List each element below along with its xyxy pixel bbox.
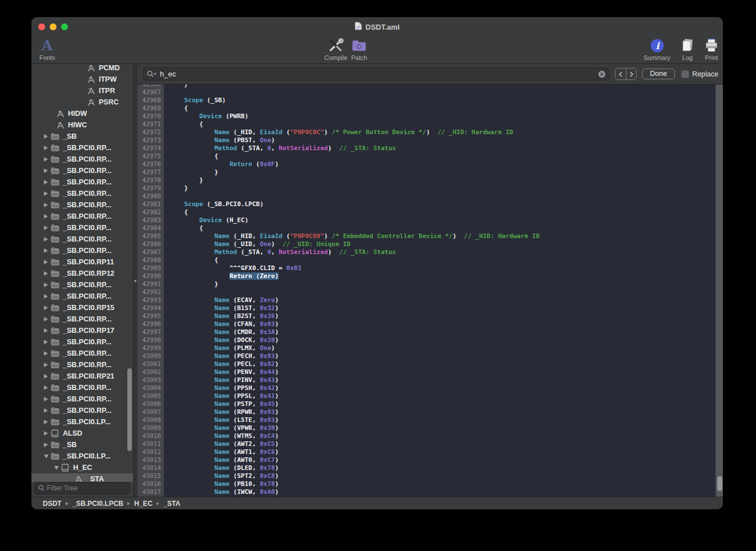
log-button[interactable]: Log bbox=[680, 38, 695, 61]
breadcrumb-item[interactable]: H_EC bbox=[134, 500, 152, 508]
replace-toggle[interactable]: Replace bbox=[681, 70, 718, 78]
editor-scrollbar[interactable] bbox=[715, 85, 723, 497]
patch-button[interactable]: Patch bbox=[351, 38, 367, 61]
disclosure-collapsed-icon[interactable] bbox=[44, 396, 50, 402]
tree-item-h_ec[interactable]: H_EC bbox=[31, 462, 133, 473]
code-pane[interactable]: } Scope (_SB) { Device (PWRB) { Name (_H… bbox=[164, 85, 715, 497]
tree-item-psrc[interactable]: PSRC bbox=[31, 96, 133, 108]
tree-item-_sbpci0rp12[interactable]: _SB.PCI0.RP12 bbox=[31, 268, 133, 279]
find-input[interactable] bbox=[160, 70, 595, 78]
tree-item-_sbpci0rp[interactable]: _SB.PCI0.RP... bbox=[31, 154, 133, 165]
tree-item-_sbpci0lp[interactable]: _SB.PCI0.LP... bbox=[31, 451, 133, 462]
disclosure-collapsed-icon[interactable] bbox=[44, 442, 50, 448]
tree-item-_sbpci0rp[interactable]: _SB.PCI0.RP... bbox=[31, 245, 133, 256]
tree-item-_sbpci0rp[interactable]: _SB.PCI0.RP... bbox=[31, 234, 133, 245]
find-previous-button[interactable] bbox=[616, 69, 626, 79]
code-editor[interactable]: 4296642967429684296942970429714297242973… bbox=[137, 85, 723, 497]
sidebar-scrollbar-thumb[interactable] bbox=[127, 368, 132, 451]
zoom-button[interactable] bbox=[61, 23, 68, 30]
tree-item-_sbpci0rp15[interactable]: _SB.PCI0.RP15 bbox=[31, 302, 133, 313]
replace-checkbox[interactable] bbox=[681, 70, 689, 78]
tree-item-_sbpci0rp[interactable]: _SB.PCI0.RP... bbox=[31, 393, 133, 405]
line-number: 42987 bbox=[137, 248, 161, 256]
tree-item-pcmd[interactable]: PCMD bbox=[31, 64, 133, 74]
disclosure-collapsed-icon[interactable] bbox=[44, 271, 50, 276]
disclosure-collapsed-icon[interactable] bbox=[44, 419, 50, 425]
tree-item-_sbpci0rp[interactable]: _SB.PCI0.RP... bbox=[31, 211, 133, 222]
disclosure-collapsed-icon[interactable] bbox=[44, 191, 50, 196]
tree-item-_sbpci0rp[interactable]: _SB.PCI0.RP... bbox=[31, 382, 133, 393]
tree-item-hiwc[interactable]: HIWC bbox=[31, 119, 133, 131]
disclosure-collapsed-icon[interactable] bbox=[44, 134, 50, 139]
tree-item-_sbpci0rp[interactable]: _SB.PCI0.RP... bbox=[31, 199, 133, 211]
tree-item-label: ALSD bbox=[63, 429, 82, 437]
editor-scrollbar-thumb[interactable] bbox=[717, 476, 722, 491]
tree-item-_sbpci0rp[interactable]: _SB.PCI0.RP... bbox=[31, 222, 133, 234]
tree-item-_sbpci0rp11[interactable]: _SB.PCI0.RP11 bbox=[31, 256, 133, 268]
tree-item-_sbpci0rp[interactable]: _SB.PCI0.RP... bbox=[31, 336, 133, 348]
disclosure-collapsed-icon[interactable] bbox=[44, 248, 50, 254]
tree-item-_sbpci0rp[interactable]: _SB.PCI0.RP... bbox=[31, 279, 133, 291]
disclosure-collapsed-icon[interactable] bbox=[44, 305, 50, 311]
close-button[interactable] bbox=[38, 23, 45, 30]
line-number: 42974 bbox=[137, 144, 161, 152]
tree-item-_sb[interactable]: _SB bbox=[31, 131, 133, 142]
tree-item-_sbpci0rp[interactable]: _SB.PCI0.RP... bbox=[31, 405, 133, 416]
disclosure-collapsed-icon[interactable] bbox=[44, 385, 50, 391]
disclosure-collapsed-icon[interactable] bbox=[44, 145, 50, 151]
disclosure-collapsed-icon[interactable] bbox=[44, 431, 50, 436]
disclosure-collapsed-icon[interactable] bbox=[44, 282, 50, 288]
tree-item-_sta[interactable]: _STA bbox=[31, 473, 133, 482]
find-next-button[interactable] bbox=[626, 69, 636, 79]
tree-item-_sb[interactable]: _SB bbox=[31, 439, 133, 451]
disclosure-collapsed-icon[interactable] bbox=[44, 156, 50, 162]
disclosure-collapsed-icon[interactable] bbox=[44, 259, 50, 265]
disclosure-collapsed-icon[interactable] bbox=[44, 339, 50, 345]
tree-item-_sbpci0rp[interactable]: _SB.PCI0.RP... bbox=[31, 291, 133, 302]
disclosure-collapsed-icon[interactable] bbox=[44, 293, 50, 299]
tree-item-_sbpci0rp21[interactable]: _SB.PCI0.RP21 bbox=[31, 371, 133, 382]
filter-tree-field[interactable] bbox=[34, 482, 130, 494]
tree-item-_sbpci0rp[interactable]: _SB.PCI0.RP... bbox=[31, 165, 133, 176]
pane-splitter[interactable] bbox=[133, 64, 137, 497]
clear-search-icon[interactable] bbox=[598, 70, 606, 78]
disclosure-collapsed-icon[interactable] bbox=[44, 408, 50, 413]
code-line: } bbox=[169, 280, 715, 288]
tree-item-_sbpci0rp[interactable]: _SB.PCI0.RP... bbox=[31, 359, 133, 371]
breadcrumb-item[interactable]: _STA bbox=[163, 500, 180, 508]
disclosure-collapsed-icon[interactable] bbox=[44, 351, 50, 356]
fonts-button[interactable]: A Fonts bbox=[39, 38, 55, 61]
tree-item-itpr[interactable]: ITPR bbox=[31, 85, 133, 96]
tree-item-_sbpci0lp[interactable]: _SB.PCI0.LP... bbox=[31, 416, 133, 428]
breadcrumb-item[interactable]: _SB.PCI0.LPCB bbox=[73, 500, 123, 508]
tree-item-_sbpci0rp[interactable]: _SB.PCI0.RP... bbox=[31, 142, 133, 154]
disclosure-collapsed-icon[interactable] bbox=[44, 316, 50, 322]
summary-button[interactable]: i Summary bbox=[644, 38, 670, 61]
disclosure-expanded-icon[interactable] bbox=[44, 453, 50, 459]
tree-item-alsd[interactable]: ALSD bbox=[31, 428, 133, 439]
minimize-button[interactable] bbox=[50, 23, 57, 30]
disclosure-collapsed-icon[interactable] bbox=[44, 168, 50, 174]
disclosure-collapsed-icon[interactable] bbox=[44, 236, 50, 242]
done-button[interactable]: Done bbox=[642, 69, 675, 79]
print-button[interactable]: Print bbox=[704, 38, 719, 61]
tree-item-_sbpci0rp[interactable]: _SB.PCI0.RP... bbox=[31, 348, 133, 359]
disclosure-collapsed-icon[interactable] bbox=[44, 328, 50, 333]
disclosure-collapsed-icon[interactable] bbox=[44, 202, 50, 208]
disclosure-collapsed-icon[interactable] bbox=[44, 362, 50, 368]
disclosure-expanded-icon[interactable] bbox=[54, 465, 61, 470]
find-field[interactable] bbox=[143, 67, 610, 81]
tree-item-_sbpci0rp17[interactable]: _SB.PCI0.RP17 bbox=[31, 325, 133, 336]
breadcrumb-item[interactable]: DSDT bbox=[43, 500, 62, 508]
tree-item-itpw[interactable]: ITPW bbox=[31, 74, 133, 85]
tree-item-hidw[interactable]: HIDW bbox=[31, 108, 133, 119]
tree-item-_sbpci0rp[interactable]: _SB.PCI0.RP... bbox=[31, 313, 133, 325]
tree-item-_sbpci0rp[interactable]: _SB.PCI0.RP... bbox=[31, 188, 133, 199]
filter-tree-input[interactable] bbox=[47, 484, 126, 492]
compile-button[interactable]: Compile bbox=[324, 38, 347, 61]
disclosure-collapsed-icon[interactable] bbox=[44, 179, 50, 185]
tree-item-_sbpci0rp[interactable]: _SB.PCI0.RP... bbox=[31, 176, 133, 188]
disclosure-collapsed-icon[interactable] bbox=[44, 373, 50, 379]
disclosure-collapsed-icon[interactable] bbox=[44, 214, 50, 219]
disclosure-collapsed-icon[interactable] bbox=[44, 225, 50, 231]
